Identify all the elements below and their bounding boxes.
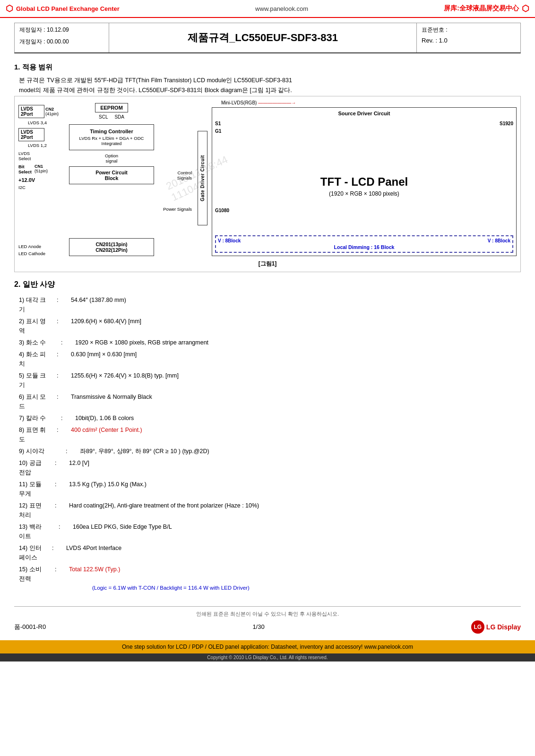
section2-title: 2. 일반 사양 — [14, 280, 521, 290]
lvds-2port-1-box: LVDS 2Port — [18, 105, 44, 118]
spec-row-6: 6) 표시 모드 : Transmissive & Normally Black — [19, 392, 500, 411]
meta-std: 표준번호 : Rev. : 1.0 — [416, 23, 520, 52]
cn2-label: CN2 (41pin) — [45, 107, 59, 116]
section1-text: 본 규격은 TV용으로 개발된 55″F-HD급 TFT(Thin Film T… — [19, 76, 521, 96]
main-content: 제정일자 : 10.12.09 개정일자 : 00.00.00 제품규격_LC5… — [0, 23, 535, 637]
lvds-select-label: LVDS Select — [18, 151, 68, 161]
spec-row-11: 11) 모듈 무게 : 13.5 Kg (Typ.) 15.0 Kg (Max.… — [19, 480, 500, 498]
spec-row-13: 13) 백라이트 : 160ea LED PKG, Side Edge Type… — [19, 522, 500, 541]
eeprom-box: EEPROM — [95, 103, 128, 112]
gate-driver-column: Gate Driver Circuit — [194, 100, 211, 256]
right-column: Mini-LVDS(RGB) ———————→ Source Driver Ci… — [212, 100, 517, 256]
lvds-2port-2-box: LVDS 2Port — [18, 128, 44, 141]
led-cathode-label: LED Cathode — [18, 251, 68, 256]
v-block-right: V : 8Block — [488, 238, 510, 243]
bit-select-label: Bit Select — [18, 164, 32, 174]
revised-date-row: 개정일자 : 00.00.00 — [19, 38, 104, 46]
power-signals-label: Power Signals — [156, 206, 192, 212]
meta-dates: 제정일자 : 10.12.09 개정일자 : 00.00.00 — [15, 23, 109, 52]
std-num: 표준번호 : — [422, 26, 516, 34]
led-anode-label: LED Anode — [18, 244, 68, 249]
source-driver-label: Source Driver Circuit — [338, 111, 390, 116]
lg-circle-icon: LG — [471, 620, 484, 634]
diagram-caption: [그림1] — [18, 260, 517, 268]
g1-label: G1 — [215, 129, 221, 134]
v-block-left: V : 8Block — [218, 238, 241, 243]
tft-panel-box: Source Driver Circuit S1 S1920 G1 TFT - … — [212, 107, 517, 256]
s1920-label: S1920 — [500, 121, 513, 126]
footer-note: 인쇄된 표준은 최신본이 아닐 수 있으니 확인 후 사용하십시오. — [14, 606, 521, 618]
middle-column: EEPROM SCL SDA Timing Controller LVDS Rx… — [69, 100, 154, 256]
meta-header: 제정일자 : 10.12.09 개정일자 : 00.00.00 제품규격_LC5… — [14, 23, 521, 53]
tft-subtitle: (1920 × RGB × 1080 pixels) — [329, 190, 399, 197]
brand-icon: ⬡ — [6, 3, 13, 14]
lg-logo: LG LG Display — [471, 620, 521, 634]
product-title: 제품규격_LC550EUF-SDF3-831 — [109, 23, 416, 52]
brand-name: Global LCD Panel Exchange Center — [16, 5, 120, 12]
spec-row-3: 3) 화소 수 : 1920 × RGB × 1080 pixels, RGB … — [19, 338, 500, 347]
tft-title: TFT - LCD Panel — [320, 175, 408, 189]
cn201-box: CN201(13pin) CN202(12Pin) — [69, 238, 154, 256]
lvds-2port-top: LVDS 2Port CN2 (41pin) — [18, 105, 68, 118]
spec-sub-15: (Logic = 6.1W with T-CON / Backlight = 1… — [92, 584, 500, 592]
top-header: ⬡ Global LCD Panel Exchange Center www.p… — [0, 0, 535, 18]
spec-row-10: 10) 공급 전압 : 12.0 [V] — [19, 458, 500, 477]
bottom-bar-sub: Copyright © 2010 LG Display Co., Ltd. Al… — [0, 653, 535, 662]
section1-title: 1. 적용 범위 — [14, 63, 521, 72]
header-website: www.panelook.com — [255, 5, 308, 12]
spec-row-12: 12) 표면 처리 : Hard coating(2H), Anti-glare… — [19, 501, 500, 520]
cn1-row: Bit Select CN1 (51pin) — [18, 164, 68, 174]
spec-row-4: 4) 화소 피치 : 0.630 [mm] × 0.630 [mm] — [19, 350, 500, 369]
i2c-label: I2C — [18, 185, 68, 190]
logo-diamond-icon: ⬡ — [522, 3, 529, 14]
block-diagram-wrapper: 2010.11.18:44111041 LVDS 2Port CN2 (41pi… — [14, 96, 521, 272]
option-signal-label: Option signal — [69, 153, 154, 163]
block-diagram: 2010.11.18:44111041 LVDS 2Port CN2 (41pi… — [14, 96, 521, 272]
spec-row-1: 1) 대각 크기 : 54.64″ (1387.80 mm) — [19, 295, 500, 314]
spec-row-5: 5) 모듈 크기 : 1255.6(H) × 726.4(V) × 10.8(B… — [19, 371, 500, 390]
lvds12-label: LVDS 1,2 — [28, 143, 68, 148]
spec-row-9: 9) 시야각 : 좌89°, 우89°, 상89°, 하 89° (CR ≥ 1… — [19, 447, 500, 456]
gate-driver-box: Gate Driver Circuit — [198, 131, 207, 225]
mini-lvds-label: Mini-LVDS(RGB) ———————→ — [221, 100, 517, 105]
header-chinese: 屏库:全球液晶屏交易中心 ⬡ — [444, 3, 529, 14]
control-signals-label: Control Signals — [156, 170, 192, 180]
spec-row-7: 7) 칼라 수 : 10bit(D), 1.06 B colors — [19, 413, 500, 423]
rev-row: Rev. : 1.0 — [422, 37, 516, 44]
g1080-label: G1080 — [215, 208, 229, 213]
left-column: LVDS 2Port CN2 (41pin) LVDS 3,4 LVDS 2Po… — [18, 100, 68, 256]
header-brand: ⬡ Global LCD Panel Exchange Center — [6, 3, 120, 14]
spec-row-8: 8) 표면 휘도 : 400 cd/m² (Center 1 Point.) — [19, 425, 500, 444]
cn1-label: CN1 (51pin) — [35, 164, 48, 173]
footer-page: 1/30 — [252, 623, 264, 630]
plus12v-label: +12.0V — [18, 177, 68, 183]
footer-doc-num: 품-0001-R0 — [14, 623, 46, 631]
signal-labels: Control Signals Power Signals — [155, 100, 193, 256]
specs-table: 1) 대각 크기 : 54.64″ (1387.80 mm) 2) 표시 영역 … — [19, 295, 500, 592]
spec-row-2: 2) 표시 영역 : 1209.6(H) × 680.4(V) [mm] — [19, 317, 500, 335]
local-dimming-label: Local Dimming : 16 Block — [218, 244, 510, 250]
footer-bottom: 품-0001-R0 1/30 LG LG Display — [14, 620, 521, 637]
spec-row-14: 14) 인터페이스 : LVDS 4Port Interface — [19, 543, 500, 562]
local-dimming-box: V : 8Block V : 8Block Local Dimming : 16… — [215, 235, 513, 253]
scl-sda-row: SCL SDA — [69, 114, 154, 120]
created-date-row: 제정일자 : 10.12.09 — [19, 26, 104, 34]
s1-label: S1 — [215, 121, 221, 126]
tcon-box: Timing Controller LVDS Rx + L/Dim + DGA … — [69, 124, 154, 150]
v-block-row: V : 8Block V : 8Block — [218, 238, 510, 243]
spec-row-15: 15) 소비 전력 : Total 122.5W (Typ.) (Logic =… — [19, 565, 500, 592]
lvds34-label: LVDS 3,4 — [28, 120, 68, 125]
bottom-bar: One step solution for LCD / PDP / OLED p… — [0, 640, 535, 653]
power-circuit-box: Power Circuit Block — [69, 166, 154, 184]
eeprom-row: EEPROM — [69, 103, 154, 112]
